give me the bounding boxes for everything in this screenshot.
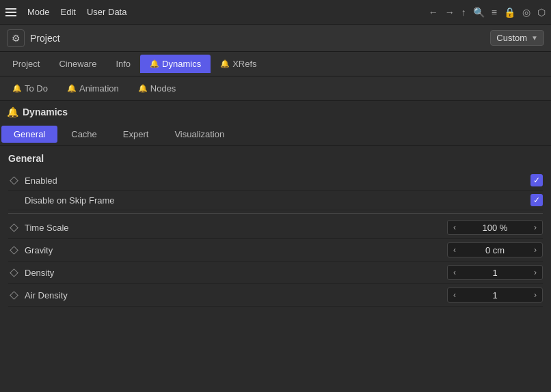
- dynamics-bell-icon: 🔔: [150, 59, 159, 68]
- tab-row-1: Project Cineware Info 🔔 Dynamics 🔔 XRefs: [0, 52, 551, 76]
- back-icon[interactable]: ←: [429, 7, 438, 18]
- target-icon[interactable]: ◎: [522, 7, 530, 18]
- num-control-air-density[interactable]: ‹ 1 ›: [447, 288, 543, 303]
- arrow-right-air-density[interactable]: ›: [528, 288, 542, 302]
- tab-project[interactable]: Project: [3, 55, 49, 73]
- diamond-air-density: [8, 290, 19, 300]
- arrow-left-gravity[interactable]: ‹: [448, 243, 461, 257]
- section-title-text: Dynamics: [23, 107, 68, 117]
- sub-tab-row: General Cache Expert Visualization: [0, 123, 551, 146]
- up-icon[interactable]: ↑: [461, 7, 466, 18]
- project-bar: ⚙ Project Custom ▼: [0, 25, 551, 52]
- prop-row-gravity: Gravity ‹ 0 cm ›: [8, 239, 543, 262]
- custom-dropdown[interactable]: Custom ▼: [490, 30, 544, 46]
- menu-edit[interactable]: Edit: [61, 7, 76, 17]
- diamond-gravity: [8, 244, 19, 255]
- diamond-shape-icon: [10, 291, 18, 300]
- filter-icon[interactable]: ≡: [492, 7, 497, 18]
- diamond-shape-icon: [10, 268, 18, 277]
- diamond-shape-icon: [10, 246, 18, 255]
- tab-xrefs[interactable]: 🔔 XRefs: [211, 55, 266, 73]
- tab-cineware[interactable]: Cineware: [49, 55, 106, 73]
- label-time-scale: Time Scale: [25, 223, 447, 233]
- value-density: 1: [461, 268, 528, 278]
- content-area: General Enabled ✓ Disable on Skip Frame …: [0, 146, 551, 313]
- diamond-time-scale: [8, 222, 19, 233]
- menu-items: Mode Edit User Data: [27, 7, 126, 17]
- label-gravity: Gravity: [25, 245, 447, 255]
- menu-bar: Mode Edit User Data ← → ↑ 🔍 ≡ 🔒 ◎ ⬡: [0, 0, 551, 25]
- tab-todo[interactable]: 🔔 To Do: [3, 79, 57, 98]
- diamond-enabled: [8, 175, 19, 186]
- hamburger-menu[interactable]: [5, 8, 16, 16]
- arrow-left-air-density[interactable]: ‹: [448, 288, 461, 302]
- prop-row-enabled: Enabled ✓: [8, 171, 543, 191]
- checkmark-skip-icon: ✓: [533, 195, 540, 205]
- section-title: 🔔 Dynamics: [0, 101, 551, 123]
- section-bell-icon: 🔔: [7, 107, 18, 117]
- value-time-scale: 100 %: [461, 223, 528, 233]
- value-gravity: 0 cm: [461, 245, 528, 255]
- checkbox-enabled[interactable]: ✓: [530, 174, 543, 186]
- label-air-density: Air Density: [25, 290, 447, 300]
- chevron-down-icon: ▼: [531, 34, 538, 42]
- tab-dynamics[interactable]: 🔔 Dynamics: [140, 55, 211, 73]
- menu-userdata[interactable]: User Data: [87, 7, 127, 17]
- prop-row-air-density: Air Density ‹ 1 ›: [8, 284, 543, 307]
- label-disable-skip: Disable on Skip Frame: [8, 195, 530, 206]
- subtab-cache[interactable]: Cache: [59, 126, 109, 143]
- forward-icon[interactable]: →: [445, 7, 455, 18]
- tab-animation[interactable]: 🔔 Animation: [57, 79, 129, 98]
- tab-row-2: 🔔 To Do 🔔 Animation 🔔 Nodes: [0, 76, 551, 101]
- nodes-bell-icon: 🔔: [138, 84, 148, 93]
- dropdown-value: Custom: [496, 33, 527, 43]
- subtab-expert[interactable]: Expert: [111, 126, 161, 143]
- tab-nodes[interactable]: 🔔 Nodes: [129, 79, 186, 98]
- xrefs-bell-icon: 🔔: [220, 59, 230, 68]
- diamond-shape-icon: [10, 223, 18, 232]
- todo-bell-icon: 🔔: [12, 84, 22, 93]
- diamond-density: [8, 267, 19, 278]
- checkbox-disable-skip[interactable]: ✓: [530, 194, 543, 206]
- project-gear-icon[interactable]: ⚙: [7, 29, 25, 47]
- menu-mode[interactable]: Mode: [27, 7, 50, 17]
- toolbar-right: ← → ↑ 🔍 ≡ 🔒 ◎ ⬡: [429, 7, 546, 18]
- external-icon[interactable]: ⬡: [537, 7, 546, 18]
- prop-row-disable-skip: Disable on Skip Frame ✓: [8, 191, 543, 210]
- prop-row-density: Density ‹ 1 ›: [8, 262, 543, 284]
- arrow-left-time-scale[interactable]: ‹: [448, 221, 461, 234]
- num-control-gravity[interactable]: ‹ 0 cm ›: [447, 242, 543, 257]
- label-enabled: Enabled: [25, 176, 530, 186]
- project-title: Project: [30, 33, 60, 44]
- subtab-visualization[interactable]: Visualization: [162, 126, 237, 143]
- diamond-shape-icon: [10, 176, 18, 185]
- subtab-general[interactable]: General: [1, 126, 57, 143]
- lock-icon[interactable]: 🔒: [504, 7, 515, 18]
- label-density: Density: [25, 268, 447, 278]
- animation-bell-icon: 🔔: [67, 84, 77, 93]
- value-air-density: 1: [461, 290, 528, 300]
- num-control-time-scale[interactable]: ‹ 100 % ›: [447, 220, 543, 235]
- props-divider: [8, 213, 543, 214]
- num-control-density[interactable]: ‹ 1 ›: [447, 265, 543, 280]
- search-icon[interactable]: 🔍: [473, 7, 485, 18]
- arrow-right-density[interactable]: ›: [528, 266, 542, 279]
- arrow-right-gravity[interactable]: ›: [528, 243, 542, 257]
- tab-info[interactable]: Info: [106, 55, 140, 73]
- content-heading: General: [8, 153, 543, 164]
- arrow-left-density[interactable]: ‹: [448, 266, 461, 279]
- prop-row-time-scale: Time Scale ‹ 100 % ›: [8, 216, 543, 239]
- checkmark-icon: ✓: [533, 176, 540, 185]
- arrow-right-time-scale[interactable]: ›: [528, 221, 542, 234]
